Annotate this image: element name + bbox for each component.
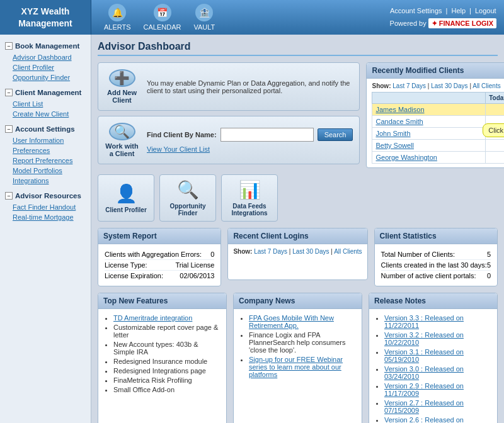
click-tooltip: Click on the client — [483, 123, 504, 137]
list-item: FPA Goes Mobile With New Retirement App. — [249, 314, 355, 329]
client-link-betty-sowell[interactable]: Betty Sowell — [375, 142, 414, 149]
list-item: Customizable report cover page & letter — [113, 324, 220, 339]
feature-link-0[interactable]: TD Ameritrade integration — [113, 314, 192, 322]
account-settings-link[interactable]: Account Settings — [390, 7, 442, 14]
opportunity-finder-card-label: Opportunity Finder — [160, 203, 215, 217]
alerts-icon: 🔔 — [108, 4, 126, 21]
release-link-0[interactable]: Version 3.3 : Released on 11/22/2011 — [384, 314, 464, 329]
nav-calendar[interactable]: 📅 CALENDAR — [144, 4, 181, 31]
news-row: Top New Features TD Ameritrade integrati… — [98, 293, 498, 423]
sidebar-item-report-preferences[interactable]: Report Preferences — [0, 155, 91, 166]
list-item: Version 2.9 : Released on 11/17/2009 — [384, 382, 491, 397]
work-with-client-card: 🔍 Work with a Client Find Client By Name… — [98, 116, 360, 164]
toggle-account-settings: – — [5, 125, 13, 133]
filter-last30days[interactable]: Last 30 Days — [431, 82, 467, 89]
report-row: Clients with Aggregation Errors: 0 — [105, 249, 214, 260]
release-link-6[interactable]: Version 2.6 : Released on 04/13/2009 — [384, 416, 464, 423]
add-client-icon: ➕ — [109, 69, 135, 87]
toggle-advisor-resources: – — [5, 192, 13, 200]
opportunity-finder-card[interactable]: 🔍 Opportunity Finder — [159, 174, 216, 222]
sidebar-item-preferences[interactable]: Preferences — [0, 145, 91, 155]
help-link[interactable]: Help — [451, 7, 466, 14]
vault-label: VAULT — [194, 23, 215, 31]
table-row: James Madison — [372, 104, 504, 116]
sidebar-section-client-management[interactable]: – Client Management — [0, 86, 91, 99]
sidebar-item-user-information[interactable]: User Information — [0, 135, 91, 145]
date-header: Today — [486, 93, 504, 104]
sidebar-section-account-settings[interactable]: – Account Settings — [0, 123, 91, 135]
filter-allclients[interactable]: All Clients — [472, 82, 500, 89]
find-client-label: Find Client By Name: — [147, 131, 217, 138]
client-link-john-smith[interactable]: John Smith — [375, 130, 410, 137]
sidebar-section-book-management[interactable]: – Book Management — [0, 40, 91, 52]
logins-filter-all[interactable]: All Clients — [334, 248, 362, 255]
aggregation-label: Clients with Aggregation Errors: — [105, 251, 202, 258]
sidebar-item-fact-finder[interactable]: Fact Finder Handout — [0, 202, 91, 212]
work-with-client-label[interactable]: Work with a Client — [105, 142, 139, 157]
sidebar-item-opportunity-finder[interactable]: Opportunity Finder — [0, 72, 91, 82]
clients-30days-value: 5 — [487, 261, 491, 269]
release-link-1[interactable]: Version 3.2 : Released on 10/22/2010 — [384, 331, 464, 346]
sidebar-item-create-new-client[interactable]: Create New Client — [0, 109, 91, 119]
find-client-input[interactable] — [220, 128, 314, 142]
client-link-george-washington[interactable]: George Washington — [375, 154, 437, 161]
search-button[interactable]: Search — [318, 128, 353, 141]
work-with-client-icon-area: 🔍 Work with a Client — [105, 123, 139, 157]
release-link-5[interactable]: Version 2.7 : Released on 07/15/2009 — [384, 399, 464, 414]
client-stats-title: Client Statistics — [375, 228, 497, 244]
book-management-label: Book Management — [15, 42, 79, 50]
sidebar-item-client-profiler[interactable]: Client Profiler — [0, 62, 91, 72]
news-link-2[interactable]: Sign-up for our FREE Webinar series to l… — [249, 356, 343, 378]
add-new-client-label[interactable]: Add New Client — [105, 89, 139, 104]
sidebar-item-integrations[interactable]: Integrations — [0, 176, 91, 186]
recent-logins-panel: Recent Client Logins Show: Last 7 Days |… — [227, 228, 367, 280]
list-item: Version 3.0 : Released on 03/24/2010 — [384, 365, 491, 380]
report-row: License Expiration: 02/06/2013 — [105, 271, 214, 281]
client-profiler-card[interactable]: 👤 Client Profiler — [98, 174, 154, 222]
clients-30days-label: Clients created in the last 30 days: — [381, 261, 487, 269]
active-portals-label: Number of active client portals: — [381, 272, 476, 279]
client-management-label: Client Management — [15, 89, 81, 96]
view-client-list-link[interactable]: View Your Client List — [147, 145, 210, 153]
news-link-0[interactable]: FPA Goes Mobile With New Retirement App. — [249, 314, 334, 329]
logins-filter: Show: Last 7 Days | Last 30 Days | All C… — [233, 248, 362, 255]
work-with-client-content: Find Client By Name: Search View Your Cl… — [147, 128, 353, 153]
nav-alerts[interactable]: 🔔 ALERTS — [104, 4, 131, 31]
nav-vault[interactable]: 🏦 VAULT — [194, 4, 215, 31]
sidebar-section-advisor-resources[interactable]: – Advisor Resources — [0, 189, 91, 202]
system-report-title: System Report — [98, 228, 220, 244]
logo-text: XYZ Wealth Management — [18, 6, 72, 28]
recent-logins-title: Recent Client Logins — [228, 228, 367, 244]
client-link-james-madison[interactable]: James Madison — [375, 106, 424, 113]
sidebar-item-client-list[interactable]: Client List — [0, 99, 91, 109]
table-row: George Washington 01/11/2013 — [372, 152, 504, 164]
aggregation-value: 0 — [210, 251, 214, 258]
sidebar-item-advisor-dashboard[interactable]: Advisor Dashboard — [0, 52, 91, 62]
logins-filter-30days[interactable]: Last 30 Days — [292, 248, 329, 255]
recently-modified-filter: Show: Last 7 Days | Last 30 Days | All C… — [372, 82, 504, 89]
list-item: Version 3.2 : Released on 10/22/2010 — [384, 331, 491, 346]
release-notes-title: Release Notes — [369, 293, 497, 309]
client-link-candace-smith[interactable]: Candace Smith — [375, 118, 423, 125]
content-area: Advisor Dashboard ➕ Add New Client You m… — [91, 35, 504, 423]
alerts-label: ALERTS — [104, 23, 131, 31]
data-feeds-card-label: Data Feeds Integrations — [222, 203, 277, 217]
release-link-4[interactable]: Version 2.9 : Released on 11/17/2009 — [384, 382, 464, 397]
account-bar: Account Settings | Help | Logout Powered… — [382, 0, 504, 35]
add-new-client-description: You may enable Dynamic Plan or Data Aggr… — [147, 79, 353, 94]
release-link-3[interactable]: Version 3.0 : Released on 03/24/2010 — [384, 365, 464, 380]
opportunity-finder-icon: 🔍 — [177, 179, 199, 200]
logins-filter-7days[interactable]: Last 7 Days — [254, 248, 287, 255]
sidebar-item-realtime-mortgage[interactable]: Real-time Mortgage — [0, 212, 91, 222]
data-feeds-card[interactable]: 📊 Data Feeds Integrations — [221, 174, 278, 222]
list-item: FinaMetrica Risk Profiling — [113, 376, 220, 384]
license-expiry-value: 02/06/2013 — [180, 272, 214, 279]
filter-last7days[interactable]: Last 7 Days — [392, 82, 426, 89]
logout-link[interactable]: Logout — [475, 7, 496, 14]
logo: XYZ Wealth Management — [0, 0, 91, 35]
sidebar-item-model-portfolios[interactable]: Model Portfolios — [0, 166, 91, 176]
top-features-title: Top New Features — [98, 293, 226, 309]
toggle-book-management: – — [5, 42, 13, 50]
release-link-2[interactable]: Version 3.1 : Released on 05/19/2010 — [384, 348, 464, 363]
work-client-icon: 🔍 — [109, 123, 135, 140]
